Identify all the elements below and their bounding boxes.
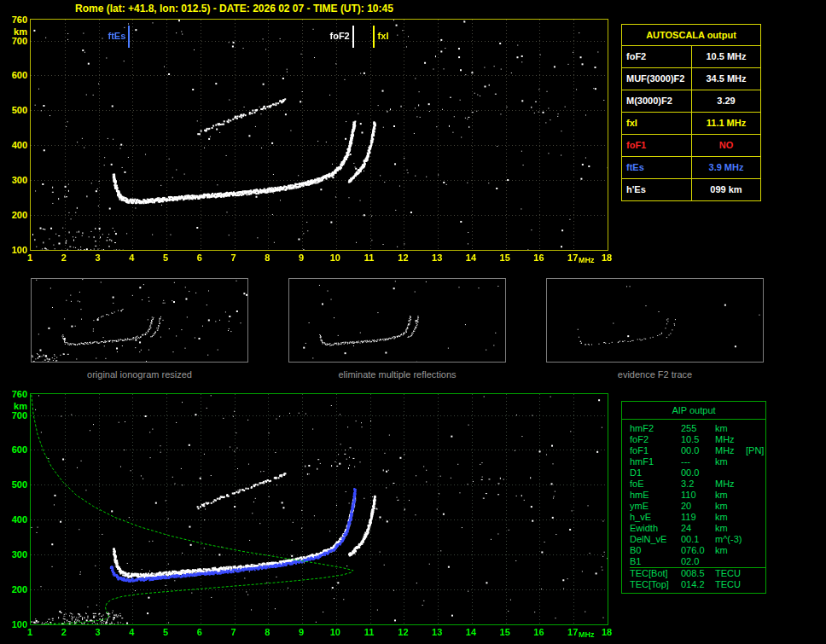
aip-row-hmf1: hmF1---km <box>630 456 765 467</box>
x-tick-label: 12 <box>394 627 411 637</box>
param-unit: km <box>715 501 746 512</box>
param-name: hmF2 <box>630 423 681 434</box>
aip-output-table: AIP output hmF2255km foF210.5MHz foF100.… <box>621 401 766 594</box>
marker-line-ftEs <box>128 26 130 48</box>
x-tick-label: 15 <box>497 252 514 263</box>
aip-table-title: AIP output <box>622 402 765 420</box>
aip-row-ewidth: Ewidth24km <box>630 523 765 534</box>
param-label: MUF(3000)F2 <box>622 68 692 90</box>
thumbnail-cleaned-ionogram <box>288 278 506 363</box>
y-tick-label: 760 <box>1 389 27 399</box>
autoscala-row-fof2: foF2 10.5 MHz <box>622 46 760 68</box>
param-value: 110 <box>681 490 715 501</box>
autoscala-window: Rome (lat: +41.8, lon: 012.5) - DATE: 20… <box>0 0 826 644</box>
param-unit: TECU <box>715 579 746 590</box>
marker-line-fxI <box>373 26 375 48</box>
thumbnail-f2-trace <box>546 278 764 363</box>
aip-row-foe: foE3.2MHz <box>630 479 765 490</box>
param-value: 10.5 <box>681 434 715 445</box>
param-extra <box>746 534 765 545</box>
station-date-title: Rome (lat: +41.8, lon: 012.5) - DATE: 20… <box>75 3 393 15</box>
y-tick-label: 500 <box>1 479 27 490</box>
param-extra <box>746 490 765 501</box>
x-tick-label: 3 <box>90 252 107 263</box>
param-value: --- <box>681 456 715 467</box>
param-name: B0 <box>630 545 681 556</box>
y-tick-label: 300 <box>1 549 27 560</box>
x-tick-label: 18 <box>598 627 615 637</box>
thumbnail-caption: original ionogram resized <box>31 369 248 380</box>
param-value: 00.1 <box>681 534 715 545</box>
aip-row-fof1: foF100.0MHz[PN] <box>630 445 765 456</box>
param-unit: km <box>715 456 746 467</box>
param-value: 014.2 <box>681 579 715 590</box>
param-name: foF1 <box>630 445 681 456</box>
autoscala-table-title: AUTOSCALA output <box>622 25 760 46</box>
aip-ionogram-plot <box>30 393 608 625</box>
autoscala-row-fof1: foF1 NO <box>622 135 760 157</box>
y-tick-label: 200 <box>1 210 27 220</box>
param-unit: km <box>715 490 746 501</box>
param-extra <box>746 456 765 467</box>
param-unit: km <box>715 512 746 523</box>
param-name: D1 <box>630 467 681 479</box>
y-tick-label: 100 <box>1 245 27 255</box>
param-unit <box>715 467 746 479</box>
y-tick-label: 200 <box>1 584 27 595</box>
param-unit: km <box>715 423 746 434</box>
x-axis-unit-label: MHz <box>574 630 598 639</box>
param-extra <box>746 434 765 445</box>
param-name: hmE <box>630 490 681 501</box>
autoscala-output-table: AUTOSCALA output foF2 10.5 MHz MUF(3000)… <box>621 24 761 201</box>
y-axis-unit-label: km <box>1 26 27 37</box>
x-tick-label: 14 <box>462 252 480 263</box>
x-tick-label: 18 <box>598 252 615 263</box>
aip-row-hme: hmE110km <box>630 490 765 501</box>
param-extra <box>746 501 765 512</box>
x-tick-label: 11 <box>361 252 378 263</box>
param-name: DelN_vE <box>630 534 681 545</box>
param-unit <box>715 556 746 567</box>
x-tick-label: 4 <box>123 627 140 637</box>
x-tick-label: 2 <box>55 252 73 263</box>
y-tick-label: 100 <box>1 619 27 629</box>
param-extra <box>746 512 765 523</box>
y-tick-label: 300 <box>1 175 27 185</box>
x-tick-label: 13 <box>428 627 445 637</box>
param-value: 3.29 <box>692 90 760 112</box>
x-tick-label: 9 <box>293 627 310 637</box>
aip-row-b0: B0076.0km <box>630 545 765 556</box>
param-value: 255 <box>681 423 715 434</box>
autoscala-row-muf: MUF(3000)F2 34.5 MHz <box>622 68 760 90</box>
param-value: NO <box>692 135 760 156</box>
thumbnail-original-ionogram <box>31 278 248 363</box>
param-extra <box>746 579 765 590</box>
y-tick-label: 760 <box>1 15 27 25</box>
param-label: foF2 <box>622 46 692 67</box>
x-tick-label: 14 <box>462 627 480 637</box>
x-tick-label: 7 <box>225 627 242 637</box>
x-tick-label: 7 <box>225 252 242 263</box>
param-value: 10.5 MHz <box>692 46 760 67</box>
x-tick-label: 11 <box>361 627 378 637</box>
x-tick-label: 12 <box>394 252 411 263</box>
aip-ionogram-canvas <box>31 394 608 624</box>
param-value: 00.0 <box>681 467 715 479</box>
x-tick-label: 3 <box>90 627 107 637</box>
param-value: 008.5 <box>681 568 715 579</box>
aip-row-yme: ymE20km <box>630 501 765 512</box>
param-label: ftEs <box>622 157 692 178</box>
y-tick-label: 700 <box>1 36 27 46</box>
x-tick-label: 8 <box>259 252 276 263</box>
param-name: TEC[Top] <box>630 579 681 590</box>
thumbnail-original-canvas <box>32 279 247 362</box>
param-extra <box>746 523 765 534</box>
x-tick-label: 10 <box>327 627 344 637</box>
x-tick-label: 9 <box>293 252 310 263</box>
x-tick-label: 15 <box>497 627 514 637</box>
main-ionogram-canvas <box>31 20 608 250</box>
y-axis-unit-label: km <box>1 401 27 411</box>
autoscala-row-ftes: ftEs 3.9 MHz <box>622 157 760 179</box>
aip-row-tecbot: TEC[Bot]008.5TECU <box>630 567 765 579</box>
x-tick-label: 8 <box>259 627 276 637</box>
